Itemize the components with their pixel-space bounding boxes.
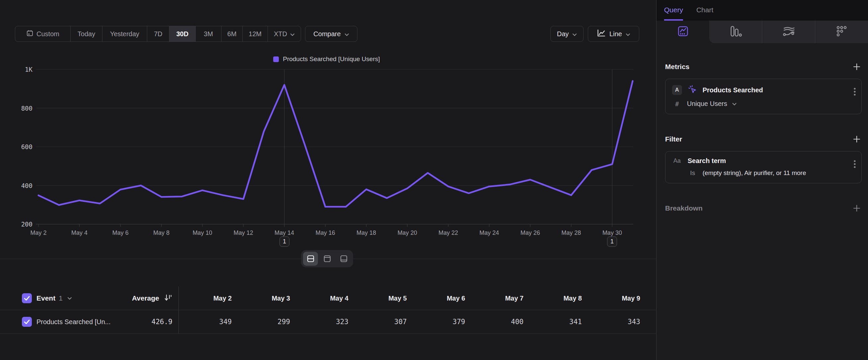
table-row[interactable]: Products Searched [Un... 426.9 349 299 3… bbox=[0, 310, 656, 334]
date-range-12m[interactable]: 12M bbox=[242, 26, 268, 41]
tab-flows[interactable] bbox=[762, 21, 815, 43]
date-column-header: May 6 bbox=[412, 286, 470, 310]
line-chart-icon bbox=[597, 29, 606, 39]
annotation-badge-may14[interactable]: 1 bbox=[279, 237, 289, 247]
cell-value: 341 bbox=[529, 310, 587, 333]
retention-dots-icon bbox=[836, 26, 848, 38]
filter-section-title: Filter bbox=[665, 135, 682, 143]
svg-text:May 20: May 20 bbox=[398, 229, 417, 236]
filter-card[interactable]: Aa Search term Is (empty string), Air pu… bbox=[665, 151, 862, 183]
svg-text:May 18: May 18 bbox=[356, 229, 376, 236]
svg-text:200: 200 bbox=[21, 221, 32, 228]
chevron-down-icon bbox=[344, 30, 349, 38]
aggregation-symbol: # bbox=[672, 100, 682, 108]
filter-property-name[interactable]: Search term bbox=[688, 157, 726, 165]
tab-funnels[interactable] bbox=[709, 21, 762, 43]
date-range-custom[interactable]: Custom bbox=[15, 26, 70, 41]
svg-text:May 24: May 24 bbox=[479, 229, 499, 236]
date-range-segmented-control: Custom Today Yesterday 7D 30D 3M 6M 12M … bbox=[15, 26, 301, 42]
date-range-3m[interactable]: 3M bbox=[195, 26, 221, 41]
date-range-6m[interactable]: 6M bbox=[221, 26, 242, 41]
filter-value[interactable]: (empty string), Air purifier, or 11 more bbox=[703, 169, 806, 177]
svg-text:May 2: May 2 bbox=[30, 229, 46, 236]
legend-series-label: Products Searched [Unique Users] bbox=[283, 55, 380, 63]
average-value: 426.9 bbox=[152, 318, 173, 326]
chart-type-dropdown[interactable]: Line bbox=[588, 26, 639, 42]
svg-text:600: 600 bbox=[21, 143, 32, 150]
svg-text:May 22: May 22 bbox=[438, 229, 458, 236]
chevron-down-icon bbox=[572, 30, 577, 38]
date-column-header: May 5 bbox=[354, 286, 412, 310]
date-column-header: May 3 bbox=[237, 286, 296, 310]
chart-only-view-toggle[interactable] bbox=[320, 252, 335, 266]
series-name: Products Searched [Un... bbox=[36, 318, 111, 326]
chevron-down-icon bbox=[626, 30, 630, 38]
cell-value: 299 bbox=[237, 310, 296, 333]
split-view-toggle[interactable] bbox=[303, 252, 318, 266]
sort-descending-icon[interactable] bbox=[164, 293, 173, 303]
table-row-left: Products Searched [Un... 426.9 bbox=[0, 310, 179, 333]
date-column-header: May 2 bbox=[179, 286, 237, 310]
cell-value: 379 bbox=[412, 310, 470, 333]
tab-insights-active[interactable] bbox=[656, 21, 709, 43]
aggregation-selector[interactable]: Unique Users bbox=[687, 100, 727, 108]
chevron-down-icon[interactable] bbox=[732, 101, 737, 107]
date-range-today[interactable]: Today bbox=[70, 26, 102, 41]
tab-retention[interactable] bbox=[815, 21, 868, 43]
add-filter-button[interactable] bbox=[852, 134, 862, 144]
metric-event-name[interactable]: Products Searched bbox=[703, 86, 763, 94]
select-all-checkbox[interactable] bbox=[22, 293, 32, 303]
date-range-yesterday[interactable]: Yesterday bbox=[102, 26, 147, 41]
svg-text:May 30: May 30 bbox=[602, 229, 622, 236]
annotation-badge-may30[interactable]: 1 bbox=[607, 237, 617, 247]
query-builder: Metrics A Products Searched # bbox=[656, 43, 868, 213]
granularity-dropdown[interactable]: Day bbox=[550, 26, 584, 42]
table-header-left: Event 1 Average bbox=[0, 286, 179, 310]
line-chart[interactable]: 1K800600400200May 2May 4May 6May 8May 10… bbox=[20, 66, 650, 247]
cell-value: 349 bbox=[179, 310, 237, 333]
funnel-bars-icon bbox=[730, 26, 742, 38]
event-column-label: Event bbox=[36, 294, 55, 302]
metric-letter-badge: A bbox=[672, 85, 682, 95]
add-breakdown-button[interactable] bbox=[852, 203, 862, 213]
query-panel: Query Chart bbox=[656, 0, 868, 360]
table-only-view-toggle[interactable] bbox=[336, 252, 351, 266]
chevron-down-icon[interactable] bbox=[67, 295, 72, 301]
svg-text:400: 400 bbox=[21, 182, 32, 189]
event-count: 1 bbox=[59, 294, 63, 302]
metric-card[interactable]: A Products Searched # Unique Users bbox=[665, 79, 862, 114]
filter-operator[interactable]: Is bbox=[688, 169, 698, 177]
string-property-icon: Aa bbox=[672, 158, 682, 164]
svg-text:May 16: May 16 bbox=[316, 229, 335, 236]
svg-text:May 10: May 10 bbox=[193, 229, 212, 236]
svg-text:May 28: May 28 bbox=[561, 229, 581, 236]
compare-button[interactable]: Compare bbox=[305, 26, 358, 42]
calendar-icon bbox=[26, 30, 33, 38]
filter-kebab-menu[interactable] bbox=[854, 159, 856, 171]
report-type-tabs bbox=[656, 21, 868, 43]
date-range-7d[interactable]: 7D bbox=[147, 26, 169, 41]
average-column-label[interactable]: Average bbox=[132, 294, 159, 302]
svg-text:May 12: May 12 bbox=[234, 229, 253, 236]
add-metric-button[interactable] bbox=[852, 62, 862, 72]
table-header-row: Event 1 Average May 2 May 3 May 4 May 5 … bbox=[0, 286, 656, 310]
cell-value: 307 bbox=[354, 310, 412, 333]
svg-text:May 4: May 4 bbox=[71, 229, 88, 236]
cell-value: 343 bbox=[587, 310, 646, 333]
date-range-custom-label: Custom bbox=[36, 30, 59, 38]
date-range-xtd[interactable]: XTD bbox=[268, 26, 301, 41]
cell-value: 400 bbox=[470, 310, 529, 333]
tab-query[interactable]: Query bbox=[664, 0, 683, 21]
breakdown-section-title: Breakdown bbox=[665, 204, 703, 212]
metrics-section-title: Metrics bbox=[665, 63, 690, 71]
tab-chart[interactable]: Chart bbox=[696, 0, 713, 21]
date-range-30d-active[interactable]: 30D bbox=[169, 26, 195, 41]
row-checkbox[interactable] bbox=[22, 317, 32, 327]
results-table: Event 1 Average May 2 May 3 May 4 May 5 … bbox=[0, 286, 656, 334]
chart-legend: Products Searched [Unique Users] bbox=[20, 55, 633, 63]
metric-kebab-menu[interactable] bbox=[854, 87, 856, 99]
date-column-header: May 8 bbox=[529, 286, 587, 310]
layout-toggle-group bbox=[301, 250, 353, 267]
date-column-header: May 7 bbox=[470, 286, 529, 310]
event-cursor-icon bbox=[688, 85, 697, 95]
